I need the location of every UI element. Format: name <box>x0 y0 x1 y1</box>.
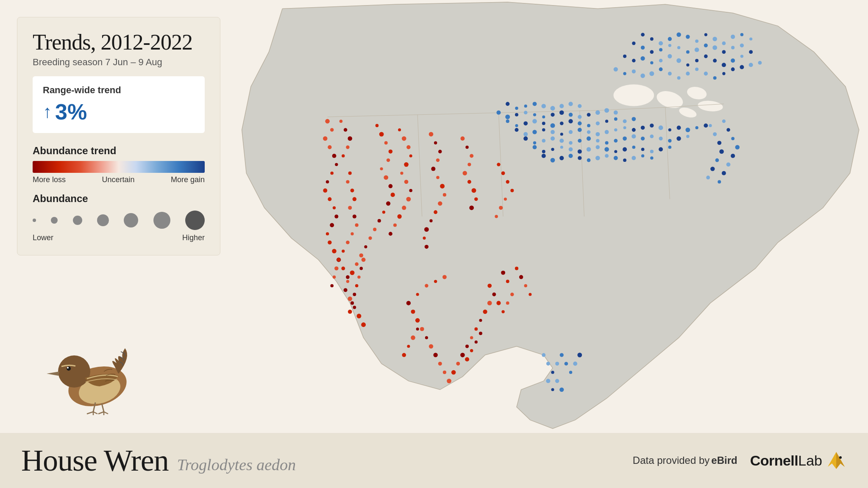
data-provided-text: Data provided by <box>633 455 709 466</box>
dots-container <box>33 209 205 232</box>
bird-common-name: House Wren <box>21 443 169 478</box>
svg-point-9 <box>839 456 842 459</box>
dot-7 <box>185 211 205 230</box>
higher-label: Higher <box>182 233 205 242</box>
svg-marker-8 <box>836 452 845 469</box>
bird-illustration-area <box>17 264 220 424</box>
card-subtitle: Breeding season 7 Jun – 9 Aug <box>33 57 205 68</box>
svg-point-3 <box>67 366 71 371</box>
abundance-label: Abundance <box>33 193 205 205</box>
content-area: Trends, 2012-2022 Breeding season 7 Jun … <box>0 0 868 433</box>
lower-label: Lower <box>33 233 53 242</box>
ebird-brand: eBird <box>711 455 737 466</box>
gradient-labels: More loss Uncertain More gain <box>33 175 205 184</box>
dot-5 <box>124 213 138 227</box>
uncertain-label: Uncertain <box>102 175 134 184</box>
trend-box-label: Range-wide trend <box>43 85 195 96</box>
dot-6 <box>153 212 170 229</box>
main-container: Trends, 2012-2022 Breeding season 7 Jun … <box>0 0 868 488</box>
abundance-trend-label: Abundance trend <box>33 145 205 157</box>
dot-1 <box>33 219 36 222</box>
map-canvas <box>237 0 868 433</box>
svg-point-4 <box>67 367 69 369</box>
svg-point-2 <box>58 355 90 388</box>
trend-arrow-icon: ↑ <box>43 103 52 121</box>
gain-label: More gain <box>171 175 205 184</box>
cornell-bird-icon <box>826 450 847 471</box>
cornell-bold-text: Cornell <box>750 452 798 469</box>
bird-name-container: House Wren Troglodytes aedon <box>21 443 296 478</box>
cornell-lab-logo: Cornell Lab <box>750 450 847 471</box>
abundance-section: Abundance Lower Higher <box>33 193 205 242</box>
data-credit: Data provided by eBird <box>633 455 737 466</box>
left-panel: Trends, 2012-2022 Breeding season 7 Jun … <box>0 0 237 433</box>
bottom-right: Data provided by eBird Cornell Lab <box>633 450 847 471</box>
dots-labels: Lower Higher <box>33 233 205 242</box>
cornell-lab-text: Lab <box>798 452 822 469</box>
dot-3 <box>73 216 82 225</box>
trend-box: Range-wide trend ↑ 3% <box>33 76 205 133</box>
trend-percent: 3% <box>55 99 87 125</box>
bird-latin-name: Troglodytes aedon <box>177 455 296 474</box>
card-title: Trends, 2012-2022 <box>33 30 205 54</box>
bird-illustration <box>34 331 161 416</box>
info-card: Trends, 2012-2022 Breeding season 7 Jun … <box>17 17 220 255</box>
loss-label: More loss <box>33 175 66 184</box>
trend-value: ↑ 3% <box>43 99 195 125</box>
map-area <box>237 0 868 433</box>
dot-4 <box>97 214 109 226</box>
gradient-bar <box>33 161 205 173</box>
bottom-bar: House Wren Troglodytes aedon Data provid… <box>0 433 868 488</box>
dot-2 <box>51 217 58 224</box>
abundance-trend-section: Abundance trend More loss Uncertain More… <box>33 145 205 184</box>
